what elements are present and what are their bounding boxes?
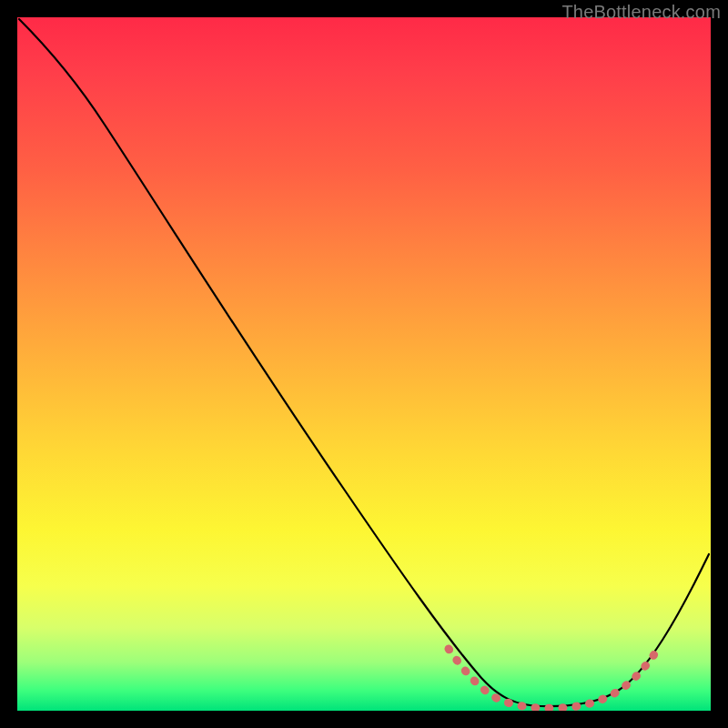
chart-frame: TheBottleneck.com [0, 0, 728, 728]
optimum-marker-dots [449, 649, 654, 708]
curve-svg [17, 17, 711, 711]
bottleneck-curve [19, 19, 709, 706]
watermark-text: TheBottleneck.com [561, 2, 721, 23]
gradient-plot-area [17, 17, 711, 711]
